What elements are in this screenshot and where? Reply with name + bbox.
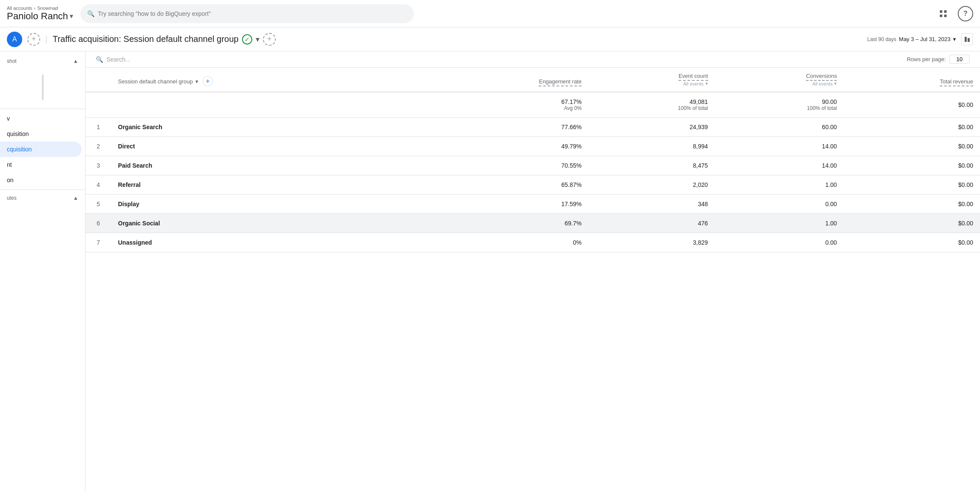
row-channel[interactable]: Unassigned xyxy=(111,233,425,252)
sidebar-item-v[interactable]: v xyxy=(0,111,82,126)
date-range-label: Last 90 days xyxy=(867,36,896,42)
table-search-icon: 🔍 xyxy=(96,56,103,63)
row-conversions: 0.00 xyxy=(715,233,844,252)
divider: | xyxy=(45,34,47,44)
sidebar-section-utes-label: utes xyxy=(7,195,17,201)
row-engagement-rate: 69.7% xyxy=(425,214,588,233)
row-revenue: $0.00 xyxy=(844,233,980,252)
row-event-count: 3,829 xyxy=(588,233,714,252)
sidebar-section-shot[interactable]: shot ▲ xyxy=(0,55,85,68)
table-search[interactable]: 🔍 Search... xyxy=(96,56,130,63)
row-channel[interactable]: Direct xyxy=(111,137,425,156)
breadcrumb-chevron: › xyxy=(34,6,35,11)
rows-per-page-control: Rows per page: xyxy=(907,55,970,64)
th-dimension-chevron[interactable]: ▾ xyxy=(195,78,198,85)
row-channel[interactable]: Referral xyxy=(111,175,425,195)
row-conversions: 1.00 xyxy=(715,175,844,195)
sidebar-scrollbar[interactable] xyxy=(42,74,44,100)
th-rank xyxy=(86,68,111,92)
add-comparison-button[interactable]: + xyxy=(263,33,276,46)
search-bar[interactable]: 🔍 xyxy=(80,4,414,23)
th-engagement-rate: Engagement rate xyxy=(425,68,588,92)
add-report-button[interactable]: + xyxy=(27,33,40,46)
rows-per-page-input[interactable] xyxy=(949,55,970,64)
account-name[interactable]: Paniolo Ranch ▾ xyxy=(7,11,75,22)
row-channel[interactable]: Paid Search xyxy=(111,156,425,175)
row-rank: 7 xyxy=(86,233,111,252)
row-event-count: 8,475 xyxy=(588,156,714,175)
svg-rect-3 xyxy=(944,15,947,17)
row-revenue: $0.00 xyxy=(844,156,980,175)
row-rank: 5 xyxy=(86,195,111,214)
sidebar-section-utes-chevron: ▲ xyxy=(73,195,78,201)
grid-icon[interactable] xyxy=(936,6,951,21)
sidebar-item-acquisition-label: cquisition xyxy=(7,146,32,153)
row-conversions: 14.00 xyxy=(715,137,844,156)
report-title-area: Traffic acquisition: Session default cha… xyxy=(53,33,276,46)
sidebar-item-on[interactable]: on xyxy=(0,172,82,188)
table-totals-row: 67.17% Avg 0% 49,081 100% of total 90.00… xyxy=(86,92,980,118)
sidebar-divider-1 xyxy=(0,109,85,109)
compare-icon[interactable] xyxy=(961,33,973,45)
table-header-row: Session default channel group ▾ + Engage… xyxy=(86,68,980,92)
sidebar-item-v-label: v xyxy=(7,115,10,122)
row-conversions: 1.00 xyxy=(715,214,844,233)
table-row: 5 Display 17.59% 348 0.00 $0.00 xyxy=(86,195,980,214)
sidebar-section-utes[interactable]: utes ▲ xyxy=(0,192,85,204)
row-revenue: $0.00 xyxy=(844,214,980,233)
totals-engagement-rate: 67.17% Avg 0% xyxy=(425,92,588,118)
row-conversions: 14.00 xyxy=(715,156,844,175)
row-engagement-rate: 77.66% xyxy=(425,118,588,137)
main-layout: shot ▲ v quisition cquisition nt on utes… xyxy=(0,51,980,491)
row-engagement-rate: 70.55% xyxy=(425,156,588,175)
totals-conversions: 90.00 100% of total xyxy=(715,92,844,118)
row-engagement-rate: 0% xyxy=(425,233,588,252)
row-rank: 3 xyxy=(86,156,111,175)
search-input[interactable] xyxy=(98,10,407,17)
row-event-count: 2,020 xyxy=(588,175,714,195)
th-total-revenue: Total revenue xyxy=(844,68,980,92)
sidebar-item-acquisition[interactable]: cquisition xyxy=(0,142,82,157)
account-chevron: ▾ xyxy=(70,12,73,20)
row-conversions: 60.00 xyxy=(715,118,844,137)
totals-channel xyxy=(111,92,425,118)
row-event-count: 24,939 xyxy=(588,118,714,137)
title-chevron-icon[interactable]: ▾ xyxy=(256,35,260,44)
help-icon[interactable]: ? xyxy=(958,6,973,21)
date-range-chevron: ▾ xyxy=(953,36,956,42)
svg-rect-5 xyxy=(968,38,970,42)
row-engagement-rate: 17.59% xyxy=(425,195,588,214)
th-dimension: Session default channel group ▾ + xyxy=(111,68,425,92)
sidebar-item-quisition[interactable]: quisition xyxy=(0,126,82,142)
sidebar-item-nt-label: nt xyxy=(7,161,12,168)
table-row: 4 Referral 65.87% 2,020 1.00 $0.00 xyxy=(86,175,980,195)
avatar: A xyxy=(7,32,22,47)
row-channel[interactable]: Organic Social xyxy=(111,214,425,233)
th-dimension-label: Session default channel group xyxy=(118,78,193,85)
breadcrumb: All accounts › Snowmad xyxy=(7,6,75,11)
svg-rect-1 xyxy=(944,10,947,13)
row-channel[interactable]: Display xyxy=(111,195,425,214)
row-revenue: $0.00 xyxy=(844,175,980,195)
sidebar-item-nt[interactable]: nt xyxy=(0,157,82,172)
add-column-button[interactable]: + xyxy=(203,76,213,86)
row-revenue: $0.00 xyxy=(844,137,980,156)
breadcrumb-all-accounts[interactable]: All accounts xyxy=(7,6,32,11)
row-engagement-rate: 65.87% xyxy=(425,175,588,195)
th-engagement-rate-label: Engagement rate xyxy=(539,78,582,86)
th-event-count-sub: All events ▾ xyxy=(595,81,708,86)
table-controls-row: 🔍 Search... Rows per page: xyxy=(86,51,980,68)
row-rank: 2 xyxy=(86,137,111,156)
totals-revenue: $0.00 xyxy=(844,92,980,118)
sidebar-divider-2 xyxy=(0,189,85,190)
breadcrumb-property: Snowmad xyxy=(37,6,58,11)
date-range-picker[interactable]: Last 90 days May 3 – Jul 31, 2023 ▾ xyxy=(867,36,956,42)
row-channel[interactable]: Organic Search xyxy=(111,118,425,137)
row-revenue: $0.00 xyxy=(844,195,980,214)
top-bar-right: ? xyxy=(936,6,973,21)
row-engagement-rate: 49.79% xyxy=(425,137,588,156)
check-circle-icon[interactable]: ✓ xyxy=(242,34,252,44)
table-search-placeholder: Search... xyxy=(106,56,130,63)
th-conversions-label: Conversions xyxy=(806,73,837,81)
row-revenue: $0.00 xyxy=(844,118,980,137)
